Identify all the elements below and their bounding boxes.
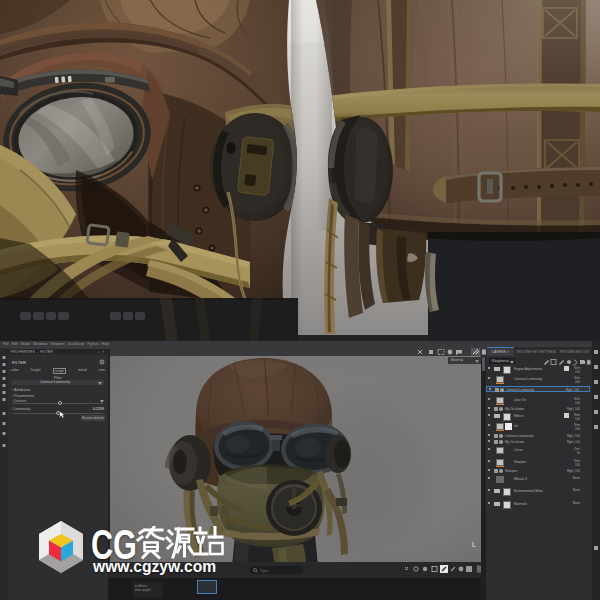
svg-text:Type...: Type... xyxy=(260,569,271,573)
